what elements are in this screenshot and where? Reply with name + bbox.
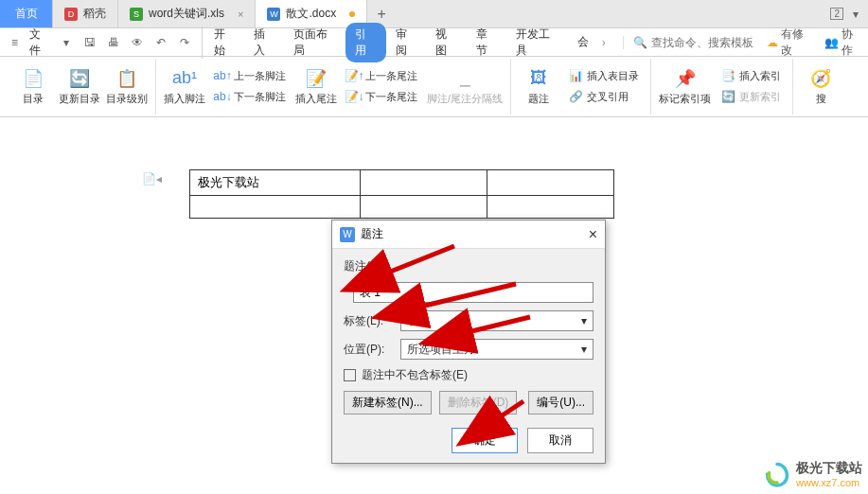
badge-number[interactable]: 2 bbox=[830, 8, 843, 20]
endnote-icon: 📝 bbox=[305, 67, 328, 90]
label-select[interactable]: 表 bbox=[400, 310, 593, 331]
tab-daoke[interactable]: D 稻壳 bbox=[53, 0, 118, 27]
exclude-label: 题注中不包含标签(E) bbox=[362, 367, 468, 383]
exclude-checkbox[interactable] bbox=[344, 369, 356, 381]
label-field-label: 标签(L): bbox=[344, 313, 395, 329]
update-index-icon: 🔄 bbox=[720, 89, 735, 104]
daoke-icon: D bbox=[64, 8, 78, 21]
close-icon[interactable]: × bbox=[589, 226, 597, 243]
mark-entry-button[interactable]: 📌 标记索引项 bbox=[659, 59, 711, 114]
dialog-titlebar[interactable]: W 题注 × bbox=[332, 221, 605, 249]
menu-tab-section[interactable]: 章节 bbox=[467, 23, 506, 62]
ribbon-group-caption: 🖼 题注 📊插入表目录 🔗交叉引用 bbox=[511, 59, 651, 115]
new-label-button[interactable]: 新建标签(N)... bbox=[344, 391, 432, 415]
dialog-title-text: 题注 bbox=[361, 226, 383, 242]
table-cell[interactable]: 极光下载站 bbox=[190, 170, 361, 196]
position-select[interactable]: 所选项目上方 bbox=[400, 339, 593, 360]
tab-label: word关键词.xls bbox=[149, 6, 224, 22]
menu-tab-start[interactable]: 开始 bbox=[204, 23, 244, 62]
ribbon-group-toc: 📄 目录 🔄 更新目录 📋 目录级别 bbox=[6, 59, 156, 115]
cancel-button[interactable]: 取消 bbox=[527, 428, 593, 453]
delete-label-button[interactable]: 删除标签(D) bbox=[439, 391, 518, 415]
numbering-button[interactable]: 编号(U)... bbox=[528, 391, 593, 415]
hamburger-icon[interactable]: ≡ bbox=[6, 33, 24, 52]
caption-input[interactable] bbox=[353, 282, 593, 303]
crossref-button[interactable]: 🔗交叉引用 bbox=[564, 87, 643, 106]
toc-button[interactable]: 📄 目录 bbox=[13, 59, 53, 114]
file-menu[interactable]: 文件 bbox=[29, 26, 51, 59]
redo-icon[interactable]: ↷ bbox=[176, 33, 194, 52]
tabs-right: 2 ▾ bbox=[830, 0, 868, 27]
watermark-name: 极光下载站 bbox=[796, 460, 862, 477]
update-toc-button[interactable]: 🔄 更新目录 bbox=[59, 59, 100, 114]
table-cell[interactable] bbox=[190, 196, 361, 219]
table-row[interactable] bbox=[190, 196, 614, 219]
menu-bar: ≡ 文件 ▾ 🖫 🖶 👁 ↶ ↷ 开始 插入 页面布局 引用 审阅 视图 章节 … bbox=[0, 28, 868, 57]
unsaved-indicator[interactable]: ☁ 有修改 bbox=[767, 26, 813, 59]
watermark-logo-icon bbox=[764, 461, 790, 487]
prev-icon: 📝↑ bbox=[346, 68, 362, 83]
undo-icon[interactable]: ↶ bbox=[151, 33, 169, 52]
ribbon: 📄 目录 🔄 更新目录 📋 目录级别 ab¹ 插入脚注 ab↑上一条脚注 ab↓… bbox=[0, 57, 868, 117]
document-table[interactable]: 极光下载站 bbox=[189, 169, 614, 219]
caption-button[interactable]: 🖼 题注 bbox=[519, 59, 558, 114]
ok-button[interactable]: 确定 bbox=[452, 428, 518, 453]
toc-level-button[interactable]: 📋 目录级别 bbox=[106, 59, 148, 114]
menu-tab-reference[interactable]: 引用 bbox=[345, 23, 385, 62]
separator-button[interactable]: ⎯ 脚注/尾注分隔线 bbox=[427, 59, 503, 114]
search-ribbon-button[interactable]: 🧭 搜 bbox=[801, 59, 841, 114]
preview-icon[interactable]: 👁 bbox=[128, 33, 146, 52]
ribbon-group-footnote: ab¹ 插入脚注 ab↑上一条脚注 ab↓下一条脚注 📝 插入尾注 📝↑上一条尾… bbox=[156, 59, 511, 115]
chevron-right-icon[interactable]: › bbox=[598, 36, 610, 49]
ribbon-group-index: 📌 标记索引项 📑插入索引 🔄更新索引 bbox=[651, 59, 793, 115]
chevron-down-icon[interactable]: ▾ bbox=[57, 33, 75, 52]
menu-tab-layout[interactable]: 页面布局 bbox=[284, 23, 345, 62]
collab-button[interactable]: 👥 协作 bbox=[824, 26, 862, 59]
caption-field-label: 题注(C): bbox=[344, 258, 395, 274]
table-cell[interactable] bbox=[487, 170, 614, 196]
insert-index-button[interactable]: 📑插入索引 bbox=[717, 66, 785, 85]
page-marker-icon: 📄◂ bbox=[142, 172, 162, 185]
update-index-button[interactable]: 🔄更新索引 bbox=[717, 87, 785, 106]
modified-dot-icon bbox=[349, 11, 355, 17]
insert-footnote-button[interactable]: ab¹ 插入脚注 bbox=[164, 59, 205, 114]
tab-home[interactable]: 首页 bbox=[0, 0, 53, 27]
table-row[interactable]: 极光下载站 bbox=[190, 170, 614, 196]
watermark-url: www.xz7.com bbox=[796, 477, 862, 488]
prev-endnote-button[interactable]: 📝↑上一条尾注 bbox=[343, 66, 421, 85]
compass-icon: 🧭 bbox=[809, 67, 832, 90]
menu-tab-insert[interactable]: 插入 bbox=[244, 23, 284, 62]
collab-icon: 👥 bbox=[824, 36, 839, 49]
menu-tab-view[interactable]: 视图 bbox=[426, 23, 466, 62]
next-footnote-button[interactable]: ab↓下一条脚注 bbox=[211, 87, 290, 106]
crossref-icon: 🔗 bbox=[568, 89, 583, 104]
position-field-label: 位置(P): bbox=[344, 342, 395, 358]
table-cell[interactable] bbox=[487, 196, 614, 219]
print-icon[interactable]: 🖶 bbox=[104, 33, 122, 52]
menu-tab-dev[interactable]: 开发工具 bbox=[506, 23, 568, 62]
save-icon[interactable]: 🖫 bbox=[80, 33, 98, 52]
prev-icon: ab↑ bbox=[215, 68, 230, 83]
app-menu-icon[interactable]: ▾ bbox=[853, 8, 859, 21]
dialog-body: 题注(C): 标签(L): 表 位置(P): 所选项目上方 题注中不包含标签(E… bbox=[332, 249, 605, 463]
search-input[interactable] bbox=[651, 36, 765, 49]
ribbon-group-search: 🧭 搜 bbox=[793, 59, 848, 115]
unsaved-label: 有修改 bbox=[781, 26, 813, 59]
level-icon: 📋 bbox=[115, 67, 138, 90]
update-label: 更新目录 bbox=[59, 92, 100, 106]
caption-label: 题注 bbox=[528, 92, 549, 106]
xls-icon: S bbox=[130, 8, 143, 21]
next-icon: ab↓ bbox=[215, 89, 230, 104]
prev-footnote-button[interactable]: ab↑上一条脚注 bbox=[211, 66, 290, 85]
insert-figtable-button[interactable]: 📊插入表目录 bbox=[564, 66, 643, 85]
table-cell[interactable] bbox=[361, 196, 487, 219]
search-icon: 🔍 bbox=[633, 36, 647, 49]
menu-tab-more[interactable]: 会 bbox=[568, 30, 598, 54]
menu-tab-review[interactable]: 审阅 bbox=[386, 23, 426, 62]
footnote-label: 插入脚注 bbox=[164, 92, 205, 106]
insert-endnote-button[interactable]: 📝 插入尾注 bbox=[295, 59, 337, 114]
close-icon[interactable]: × bbox=[238, 9, 243, 20]
separator-icon: ⎯ bbox=[453, 67, 476, 90]
next-endnote-button[interactable]: 📝↓下一条尾注 bbox=[343, 87, 421, 106]
table-cell[interactable] bbox=[361, 170, 487, 196]
